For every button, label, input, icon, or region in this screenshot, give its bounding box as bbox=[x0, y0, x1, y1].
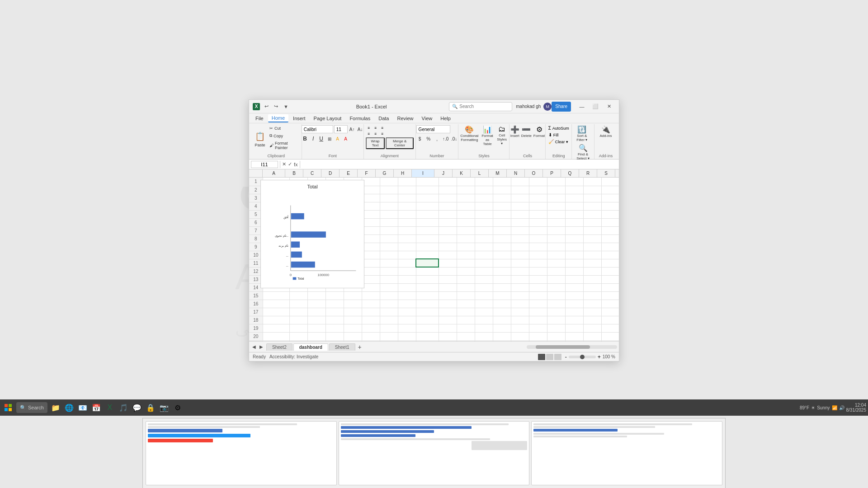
grid-cell[interactable] bbox=[263, 316, 289, 324]
grid-cell[interactable] bbox=[416, 194, 439, 202]
grid-cell[interactable] bbox=[493, 275, 511, 283]
grid-cell[interactable] bbox=[601, 316, 619, 324]
grid-cell[interactable] bbox=[380, 235, 398, 243]
grid-cell[interactable] bbox=[565, 308, 583, 316]
grid-cell[interactable] bbox=[565, 259, 583, 267]
grid-cell[interactable] bbox=[475, 218, 493, 226]
border-button[interactable]: ⊞ bbox=[326, 135, 333, 142]
grid-cell[interactable] bbox=[457, 316, 475, 324]
customize-qat-button[interactable]: ▼ bbox=[282, 103, 290, 110]
italic-button[interactable]: I bbox=[310, 135, 317, 142]
grid-cell[interactable] bbox=[493, 210, 511, 218]
grid-cell[interactable] bbox=[529, 283, 547, 291]
grid-cell[interactable] bbox=[326, 316, 344, 324]
grid-cell[interactable] bbox=[565, 202, 583, 210]
decrease-decimal-button[interactable]: .0↓ bbox=[451, 135, 458, 142]
paste-button[interactable]: 📋 Paste bbox=[253, 125, 267, 152]
grid-cell[interactable] bbox=[416, 235, 439, 243]
grid-cell[interactable] bbox=[547, 340, 565, 341]
grid-cell[interactable] bbox=[398, 251, 416, 259]
grid-cell[interactable] bbox=[380, 316, 398, 324]
grid-cell[interactable] bbox=[416, 243, 439, 251]
taskbar-app5[interactable]: ⚙ bbox=[171, 401, 184, 414]
grid-cell[interactable] bbox=[380, 194, 398, 202]
grid-cell[interactable] bbox=[362, 291, 380, 300]
grid-cell[interactable] bbox=[416, 275, 439, 283]
grid-cell[interactable] bbox=[583, 316, 601, 324]
share-button[interactable]: Share bbox=[552, 102, 571, 112]
grid-cell[interactable] bbox=[547, 194, 565, 202]
grid-cell[interactable] bbox=[529, 243, 547, 251]
grid-cell[interactable] bbox=[362, 267, 380, 275]
grid-cell[interactable] bbox=[416, 324, 439, 332]
grid-cell[interactable] bbox=[529, 275, 547, 283]
taskbar-browser[interactable]: 🌐 bbox=[63, 401, 75, 414]
grid-cell[interactable] bbox=[362, 226, 380, 235]
grid-cell[interactable] bbox=[362, 218, 380, 226]
grid-cell[interactable] bbox=[565, 300, 583, 308]
grid-cell[interactable] bbox=[416, 283, 439, 291]
menu-insert[interactable]: Insert bbox=[289, 115, 309, 122]
menu-page-layout[interactable]: Page Layout bbox=[310, 115, 345, 122]
grid-cell[interactable] bbox=[362, 283, 380, 291]
taskbar-file-explorer[interactable]: 📁 bbox=[49, 401, 62, 414]
grid-cell[interactable] bbox=[398, 267, 416, 275]
grid-cell[interactable] bbox=[326, 308, 344, 316]
grid-cell[interactable] bbox=[457, 218, 475, 226]
grid-cell[interactable] bbox=[439, 316, 457, 324]
grid-cell[interactable] bbox=[511, 308, 529, 316]
grid-cell[interactable] bbox=[362, 210, 380, 218]
zoom-out-button[interactable]: - bbox=[565, 354, 567, 360]
cut-button[interactable]: ✂ Cut bbox=[268, 125, 300, 131]
grid-cell[interactable] bbox=[547, 275, 565, 283]
grid-cell[interactable] bbox=[307, 316, 326, 324]
menu-file[interactable]: File bbox=[252, 115, 267, 122]
undo-button[interactable]: ↩ bbox=[263, 103, 270, 110]
grid-cell[interactable] bbox=[529, 267, 547, 275]
fill-button[interactable]: ⬇ Fill bbox=[547, 132, 571, 138]
grid-cell[interactable] bbox=[583, 226, 601, 235]
grid-cell[interactable] bbox=[398, 218, 416, 226]
bold-button[interactable]: B bbox=[302, 135, 309, 142]
taskbar-search-box[interactable]: 🔍 Search bbox=[16, 402, 47, 413]
taskbar-calendar[interactable]: 📅 bbox=[90, 401, 103, 414]
grid-cell[interactable] bbox=[416, 210, 439, 218]
add-ins-button[interactable]: 🔌 Add-ins bbox=[599, 125, 612, 138]
grid-cell[interactable] bbox=[529, 218, 547, 226]
grid-cell[interactable] bbox=[511, 324, 529, 332]
grid-cell[interactable] bbox=[380, 332, 398, 340]
grid-cell[interactable] bbox=[289, 332, 307, 340]
grid-cell[interactable] bbox=[601, 324, 619, 332]
col-header-P[interactable]: P bbox=[543, 169, 561, 177]
taskbar-clock[interactable]: 12:04 8/31/2025 bbox=[846, 403, 867, 413]
grid-cell[interactable] bbox=[583, 243, 601, 251]
grid-cell[interactable] bbox=[583, 283, 601, 291]
conditional-formatting-button[interactable]: 🎨 ConditionalFormatting bbox=[460, 125, 478, 142]
grid-cell[interactable] bbox=[263, 300, 289, 308]
grid-cell[interactable] bbox=[362, 340, 380, 341]
grid-cell[interactable] bbox=[547, 202, 565, 210]
font-color-button[interactable]: A bbox=[342, 135, 349, 142]
grid-cell[interactable] bbox=[475, 300, 493, 308]
col-header-F[interactable]: F bbox=[358, 169, 376, 177]
accessibility-status[interactable]: Accessibility: Investigate bbox=[269, 354, 318, 359]
grid-cell[interactable] bbox=[565, 251, 583, 259]
grid-cell[interactable] bbox=[601, 267, 619, 275]
grid-cell[interactable] bbox=[529, 300, 547, 308]
grid-cell[interactable] bbox=[511, 267, 529, 275]
grid-cell[interactable] bbox=[439, 308, 457, 316]
font-name-input[interactable] bbox=[302, 125, 333, 133]
grid-cell[interactable] bbox=[601, 186, 619, 194]
grid-cell[interactable] bbox=[380, 275, 398, 283]
grid-cell[interactable] bbox=[493, 218, 511, 226]
grid-cell[interactable] bbox=[565, 316, 583, 324]
menu-home[interactable]: Home bbox=[268, 114, 288, 122]
grid-cell[interactable] bbox=[493, 235, 511, 243]
grid-cell[interactable] bbox=[362, 332, 380, 340]
col-header-M[interactable]: M bbox=[489, 169, 507, 177]
normal-view-button[interactable] bbox=[538, 354, 545, 360]
grid-cell[interactable] bbox=[583, 300, 601, 308]
grid-cell[interactable] bbox=[583, 194, 601, 202]
grid-cell[interactable] bbox=[565, 235, 583, 243]
cell-reference-input[interactable] bbox=[251, 161, 278, 168]
